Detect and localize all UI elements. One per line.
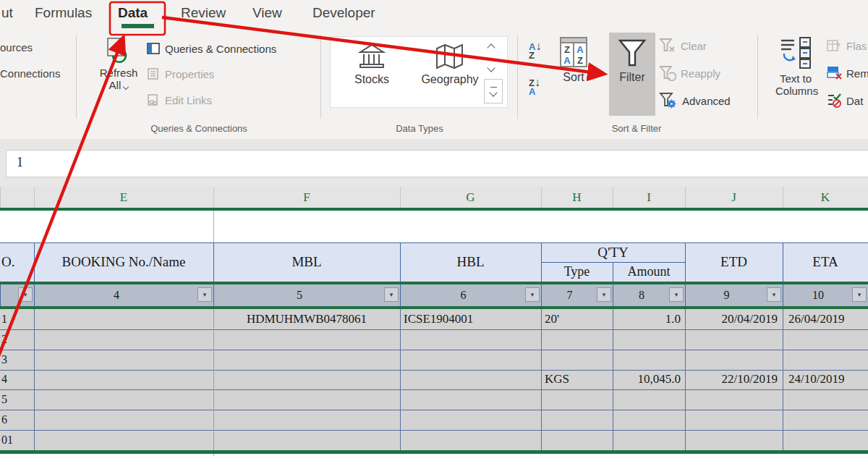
column-header-i[interactable]: I bbox=[613, 187, 685, 208]
column-header-f[interactable]: F bbox=[213, 187, 400, 208]
cell-hbl[interactable] bbox=[404, 410, 541, 430]
filter-dropdown-g[interactable]: ▾ bbox=[525, 287, 540, 302]
filter-number-h[interactable]: 7 bbox=[541, 284, 598, 306]
cell-amount[interactable] bbox=[613, 350, 681, 370]
row-label-fragment: 1 bbox=[1, 309, 33, 329]
header-eta[interactable]: ETA bbox=[783, 242, 868, 282]
caret-down-icon: ▾ bbox=[531, 291, 535, 298]
cell-type[interactable]: KGS bbox=[545, 370, 613, 390]
filter-dropdown-j[interactable]: ▾ bbox=[767, 287, 781, 302]
cell-eta[interactable] bbox=[788, 410, 868, 430]
cell-eta[interactable] bbox=[788, 329, 868, 350]
grid-line bbox=[783, 309, 783, 450]
header-etd[interactable]: ETD bbox=[685, 242, 783, 282]
cell-type[interactable] bbox=[545, 410, 613, 430]
filter-dropdown-no[interactable]: ▾ bbox=[18, 287, 33, 302]
cell-mbl[interactable] bbox=[213, 350, 400, 370]
cell-amount[interactable] bbox=[613, 389, 681, 410]
filter-dropdown-e[interactable]: ▾ bbox=[197, 287, 212, 302]
row-label-fragment: 2 bbox=[1, 329, 33, 350]
header-mbl[interactable]: MBL bbox=[213, 242, 400, 282]
header-qty[interactable]: Q'TY bbox=[541, 242, 685, 262]
cell-booking[interactable] bbox=[34, 350, 213, 370]
cell-eta[interactable] bbox=[788, 430, 868, 450]
cell-type[interactable] bbox=[545, 430, 613, 450]
filter-number-i[interactable]: 8 bbox=[613, 284, 671, 306]
cell-eta[interactable] bbox=[788, 389, 868, 410]
cell-hbl[interactable]: ICSE1904001 bbox=[404, 309, 541, 329]
column-header-k[interactable]: K bbox=[783, 187, 868, 208]
cell-etd[interactable]: 22/10/2019 bbox=[685, 370, 778, 390]
header-booking[interactable]: BOOKING No./Name bbox=[34, 242, 213, 282]
caret-down-icon: ▾ bbox=[24, 291, 27, 298]
header-no-partial[interactable]: O. bbox=[1, 242, 33, 282]
column-header-e[interactable]: E bbox=[34, 187, 213, 208]
cell-booking[interactable] bbox=[34, 389, 213, 410]
filter-dropdown-i[interactable]: ▾ bbox=[669, 287, 684, 302]
cell-amount[interactable] bbox=[613, 410, 681, 430]
cell-hbl[interactable] bbox=[404, 350, 541, 370]
cell-etd[interactable] bbox=[685, 389, 778, 410]
cell-booking[interactable] bbox=[34, 370, 213, 390]
cell-type[interactable] bbox=[545, 350, 613, 370]
cell-type[interactable]: 20' bbox=[545, 309, 613, 329]
cell-amount[interactable]: 10,045.0 bbox=[613, 370, 681, 390]
worksheet: EFGHIJKO.BOOKING No./NameMBLHBLQ'TYTypeA… bbox=[0, 0, 868, 456]
column-header-h[interactable]: H bbox=[541, 187, 613, 208]
filter-number-g[interactable]: 6 bbox=[400, 284, 527, 306]
grid-line bbox=[0, 187, 1, 208]
cell-hbl[interactable] bbox=[404, 370, 541, 390]
header-hbl[interactable]: HBL bbox=[400, 242, 541, 282]
cell-booking[interactable] bbox=[34, 410, 213, 430]
filter-number-k[interactable]: 10 bbox=[783, 284, 854, 306]
cell-amount[interactable] bbox=[613, 430, 681, 450]
cell-booking[interactable] bbox=[34, 309, 213, 329]
row-label-fragment: 6 bbox=[1, 410, 33, 430]
cell-booking[interactable] bbox=[34, 329, 213, 350]
cell-booking[interactable] bbox=[34, 430, 213, 450]
cell-type[interactable] bbox=[545, 329, 613, 350]
grid-line bbox=[400, 309, 401, 450]
header-amount[interactable]: Amount bbox=[613, 262, 685, 282]
cell-amount[interactable]: 1.0 bbox=[613, 309, 681, 329]
empty-row[interactable] bbox=[0, 211, 868, 242]
cell-hbl[interactable] bbox=[404, 430, 541, 450]
cell-mbl[interactable] bbox=[213, 329, 400, 350]
filter-number-e[interactable]: 4 bbox=[34, 284, 199, 306]
header-type[interactable]: Type bbox=[541, 262, 613, 282]
cell-mbl[interactable] bbox=[213, 430, 400, 450]
row-label-fragment: 3 bbox=[1, 350, 33, 370]
cell-mbl[interactable] bbox=[213, 410, 400, 430]
cell-mbl[interactable]: HDMUHMWB0478061 bbox=[213, 309, 400, 329]
caret-down-icon: ▾ bbox=[203, 291, 207, 298]
cell-etd[interactable] bbox=[685, 430, 778, 450]
cell-etd[interactable]: 20/04/2019 bbox=[685, 309, 778, 329]
column-header-g[interactable]: G bbox=[400, 187, 541, 208]
filter-number-f[interactable]: 5 bbox=[213, 284, 386, 306]
filter-dropdown-k[interactable]: ▾ bbox=[852, 287, 867, 302]
cell-hbl[interactable] bbox=[404, 389, 541, 410]
cell-mbl[interactable] bbox=[213, 370, 400, 390]
caret-down-icon: ▾ bbox=[603, 291, 606, 298]
caret-down-icon: ▾ bbox=[773, 291, 776, 298]
cell-mbl[interactable] bbox=[213, 389, 400, 410]
cell-etd[interactable] bbox=[685, 329, 778, 350]
cell-eta[interactable] bbox=[788, 350, 868, 370]
caret-down-icon: ▾ bbox=[390, 291, 393, 298]
filter-dropdown-h[interactable]: ▾ bbox=[597, 287, 611, 302]
filter-dropdown-f[interactable]: ▾ bbox=[384, 287, 399, 302]
row-label-fragment: 01 bbox=[1, 430, 33, 450]
cell-etd[interactable] bbox=[685, 350, 778, 370]
row-label-fragment: 4 bbox=[1, 370, 33, 390]
cell-amount[interactable] bbox=[613, 329, 681, 350]
filter-number-j[interactable]: 9 bbox=[685, 284, 768, 306]
grid-line bbox=[0, 284, 1, 306]
cell-etd[interactable] bbox=[685, 410, 778, 430]
cell-eta[interactable]: 24/10/2019 bbox=[788, 370, 868, 390]
cell-eta[interactable]: 26/04/2019 bbox=[788, 309, 868, 329]
column-header-j[interactable]: J bbox=[685, 187, 783, 208]
cell-hbl[interactable] bbox=[404, 329, 541, 350]
row-label-fragment: 5 bbox=[1, 389, 33, 410]
cell-type[interactable] bbox=[545, 389, 613, 410]
grid-line bbox=[541, 309, 542, 450]
